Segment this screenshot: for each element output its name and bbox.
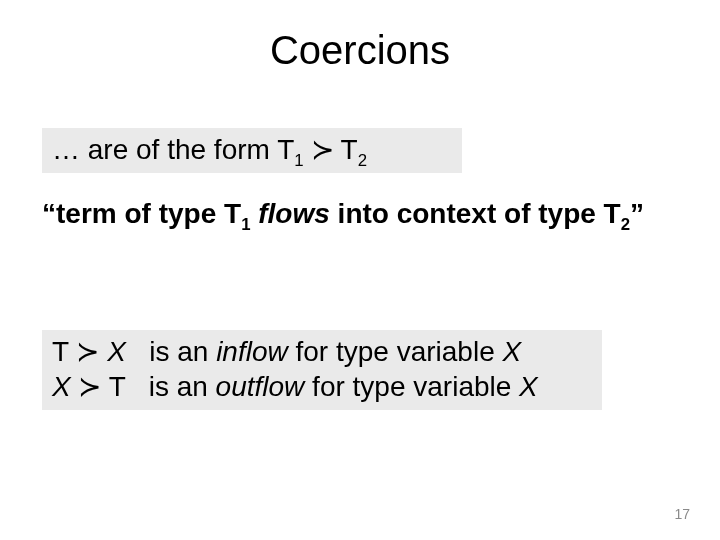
text: … are of the form T: [52, 134, 294, 165]
keyword-inflow: inflow: [216, 336, 288, 367]
flows-word: flows: [250, 198, 329, 229]
text: for type variable: [288, 336, 503, 367]
text: term of type T: [56, 198, 241, 229]
succ-operator: ≻: [78, 371, 101, 402]
succ-operator: ≻: [304, 134, 341, 165]
inflow-outflow-box: T ≻ X is an inflow for type variable X X…: [42, 330, 602, 410]
text: for type variable: [304, 371, 519, 402]
type-var: X: [519, 371, 538, 402]
text: into context of type T: [330, 198, 621, 229]
text: T: [52, 336, 76, 367]
subscript-1: 1: [294, 151, 303, 170]
text: T: [101, 371, 125, 402]
type-var: X: [503, 336, 522, 367]
slide: Coercions … are of the form T1 ≻ T2 “ter…: [0, 0, 720, 540]
close-quote: ”: [630, 198, 644, 229]
definition-text: “term of type T1 flows into context of t…: [42, 198, 682, 230]
inflow-line: T ≻ X is an inflow for type variable X: [52, 334, 592, 369]
open-quote: “: [42, 198, 56, 229]
coercion-form-box: … are of the form T1 ≻ T2: [42, 128, 462, 173]
subscript-2: 2: [358, 151, 367, 170]
slide-title: Coercions: [0, 28, 720, 73]
text: is an: [126, 336, 216, 367]
subscript-2: 2: [621, 215, 630, 234]
text: is an: [125, 371, 215, 402]
type-var: X: [52, 371, 78, 402]
succ-operator: ≻: [76, 336, 99, 367]
type-var: X: [99, 336, 125, 367]
text: T: [341, 134, 358, 165]
keyword-outflow: outflow: [216, 371, 305, 402]
outflow-line: X ≻ T is an outflow for type variable X: [52, 369, 592, 404]
page-number: 17: [674, 506, 690, 522]
